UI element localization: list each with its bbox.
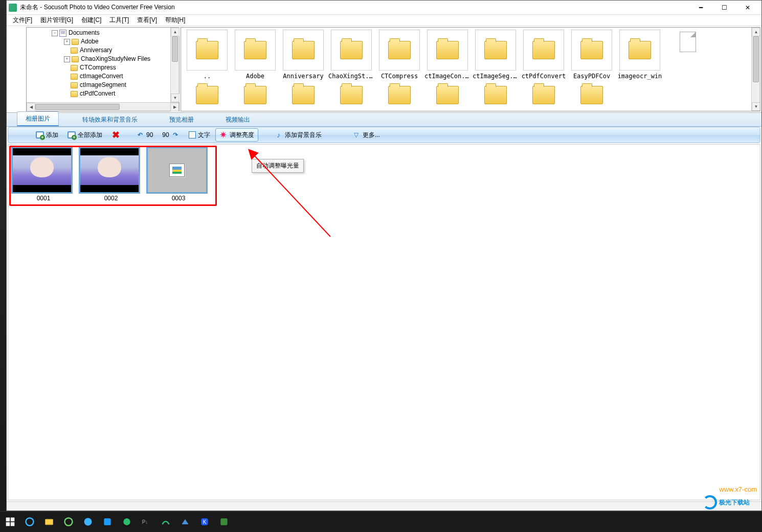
tree-item[interactable]: Anniversary [80,46,112,55]
scroll-right-icon[interactable]: ▶ [170,103,179,111]
rotate-left-button[interactable]: ↶90 [132,128,157,142]
taskbar-app-icon[interactable] [178,515,192,529]
tree-item[interactable]: ctPdfConvert [80,89,115,98]
menu-image-mgmt[interactable]: 图片管理[G] [36,14,77,26]
rotate-right-icon: ↷ [171,131,180,139]
start-button[interactable] [3,515,17,529]
folder-item[interactable] [232,83,278,109]
svg-point-10 [123,518,130,525]
svg-point-8 [84,518,92,526]
thumbnail-image [11,147,73,194]
maximize-button[interactable]: ☐ [712,1,736,15]
menu-create[interactable]: 创建[C] [77,14,105,26]
folder-tree[interactable]: − Documents + Adobe Anniversary + [27,28,170,102]
tree-expand-icon[interactable]: + [64,39,70,45]
tree-expand-icon[interactable]: + [64,56,70,62]
folder-item[interactable]: CTCompress [376,30,422,80]
menu-view[interactable]: 查看[V] [133,14,161,26]
folder-content[interactable]: .. Adobe Anniversary ChaoXingSt... CTCom… [181,28,751,111]
taskbar-app-icon[interactable] [159,515,173,529]
tab-album-photos[interactable]: 相册图片 [17,111,59,126]
main-tabbar: 相册图片 转场效果和背景音乐 预览相册 视频输出 [7,113,761,127]
taskbar-app-icon[interactable] [100,515,115,529]
tab-transition-music[interactable]: 转场效果和背景音乐 [74,113,146,126]
scroll-up-icon[interactable]: ▲ [171,28,180,36]
svg-rect-3 [6,522,10,526]
menu-help[interactable]: 帮助[H] [161,14,189,26]
tab-preview-album[interactable]: 预览相册 [161,113,202,126]
menu-tools[interactable]: 工具[T] [105,14,133,26]
folder-icon [484,86,507,104]
tree-root-label[interactable]: Documents [69,29,100,37]
folder-item[interactable]: EasyPDFCov [569,30,615,80]
folder-icon [484,41,507,59]
folder-icon [196,86,218,104]
scrollbar-thumb[interactable] [172,36,178,62]
taskbar-browser-icon[interactable] [61,515,76,529]
thumbnail-item[interactable]: 0001 [11,147,76,202]
thumbnail-placeholder [146,147,208,194]
add-all-button[interactable]: 全部添加 [63,128,106,142]
folder-icon-view: .. Adobe Anniversary ChaoXingSt... CTCom… [181,27,760,111]
add-button[interactable]: 添加 [32,128,62,142]
tab-video-output[interactable]: 视频输出 [217,113,258,126]
tree-item[interactable]: Adobe [81,37,99,46]
close-button[interactable]: ✕ [736,1,759,15]
svg-rect-14 [220,518,227,525]
folder-item[interactable]: ctPdfConvert [521,30,567,80]
more-button[interactable]: ▽更多... [348,128,384,142]
scroll-down-icon[interactable]: ▼ [752,102,760,111]
thumbnail-item[interactable]: 0003 [146,147,211,202]
folder-item[interactable] [521,83,567,109]
top-panels: − Documents + Adobe Anniversary + [7,26,761,113]
scroll-left-icon[interactable]: ◀ [27,103,35,111]
rotate-right-button[interactable]: 90↷ [158,128,183,142]
folder-item[interactable]: ChaoXingSt... [328,30,374,80]
taskbar-current-app-icon[interactable] [217,515,231,529]
folder-item[interactable] [569,83,615,109]
folder-item[interactable] [328,83,374,109]
scrollbar-thumb[interactable] [753,36,759,82]
scroll-up-icon[interactable]: ▲ [752,28,760,36]
menu-file[interactable]: 文件[F] [9,14,36,26]
folder-item[interactable]: ctImageCon... [424,30,470,80]
scrollbar-thumb[interactable] [35,104,120,110]
folder-item[interactable] [473,83,519,109]
folder-item[interactable]: Anniversary [280,30,326,80]
tree-item[interactable]: CTCompress [80,63,116,72]
delete-button[interactable]: ✖ [107,128,124,142]
folder-item[interactable]: Adobe [232,30,278,80]
folder-item-up[interactable]: .. [184,30,230,80]
taskbar-explorer-icon[interactable] [42,515,56,529]
scroll-down-icon[interactable]: ▼ [171,94,180,102]
svg-text:K: K [203,519,207,525]
folder-icon [532,41,555,59]
thumbnail-item[interactable]: 0002 [79,147,143,202]
tree-item[interactable]: ctImageConvert [80,72,123,81]
folder-item[interactable] [424,83,470,109]
tree-item[interactable]: ctImageSegment [80,81,126,89]
folder-item[interactable] [376,83,422,109]
minimize-button[interactable]: ━ [689,1,712,15]
tree-vertical-scrollbar[interactable]: ▲ ▼ [170,28,179,102]
tree-collapse-icon[interactable]: − [52,30,58,36]
tree-horizontal-scrollbar[interactable]: ◀ ▶ [27,102,179,111]
taskbar-edge-icon[interactable] [23,515,37,529]
taskbar-app-icon[interactable] [120,515,134,529]
folder-item[interactable]: imageocr_win [617,30,663,80]
folder-icon [71,82,78,88]
folder-vertical-scrollbar[interactable]: ▲ ▼ [751,28,760,111]
tree-item[interactable]: ChaoXingStudyNew Files [81,55,150,63]
photo-album-area[interactable]: 0001 0002 0003 自动调整曝光量 [8,144,760,500]
windows-taskbar: P↓ K [0,512,762,532]
add-music-button[interactable]: ♪添加背景音乐 [271,128,326,142]
taskbar-pdf-icon[interactable]: P↓ [139,515,153,529]
folder-item[interactable] [184,83,230,109]
folder-item[interactable]: ctImageSeg... [473,30,519,80]
folder-item[interactable] [280,83,326,109]
taskbar-app-icon[interactable]: K [197,515,212,529]
file-item[interactable] [665,30,711,80]
brightness-button[interactable]: ✷调整亮度 [215,128,258,142]
taskbar-app-icon[interactable] [81,515,95,529]
text-button[interactable]: 文字 [185,128,214,142]
